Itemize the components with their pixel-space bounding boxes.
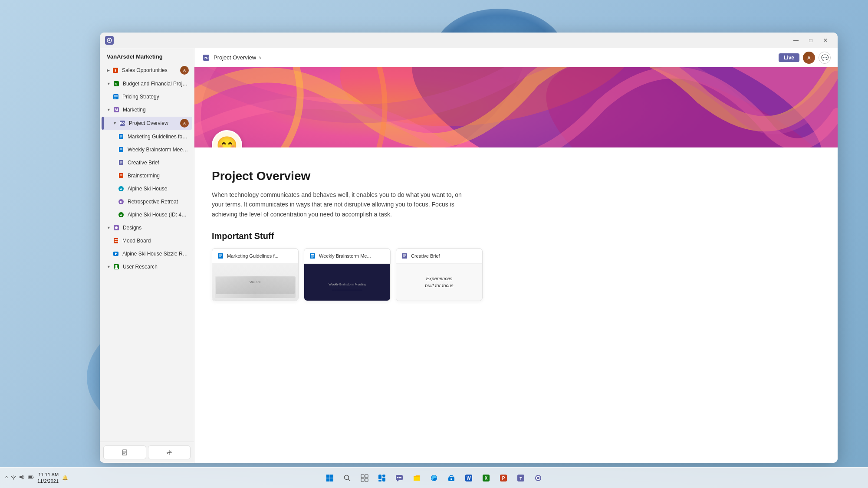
page-main: Project Overview When technology communi… <box>194 147 838 310</box>
sidebar-item-sizzle-reel[interactable]: Alpine Ski House Sizzle Re... <box>102 248 192 260</box>
sidebar-item-budget[interactable]: ▼ $ Budget and Financial Projection <box>102 78 192 90</box>
svg-point-35 <box>115 226 118 229</box>
brainstorm-icon <box>117 172 125 180</box>
store-button[interactable] <box>444 470 459 486</box>
sidebar-item-pricing[interactable]: Pricing Strategy <box>102 91 192 103</box>
doc-icon <box>117 133 125 141</box>
svg-text:W: W <box>467 476 471 481</box>
sidebar-item-creative-brief[interactable]: Creative Brief <box>102 157 192 169</box>
teams-button[interactable]: T <box>513 470 529 486</box>
toolbar-user-avatar[interactable]: A <box>803 52 815 64</box>
svg-rect-79 <box>365 478 368 481</box>
svg-rect-71 <box>330 475 334 478</box>
app-icon <box>105 36 114 45</box>
browser-button[interactable] <box>426 470 442 486</box>
sidebar-item-designs[interactable]: ▼ Designs <box>102 222 192 234</box>
svg-rect-66 <box>402 253 407 259</box>
chat-button[interactable] <box>391 470 407 486</box>
svg-point-44 <box>115 265 117 267</box>
svg-rect-80 <box>378 475 381 479</box>
battery-icon[interactable] <box>28 474 34 481</box>
svg-point-103 <box>538 475 539 477</box>
close-button[interactable]: ✕ <box>819 34 832 46</box>
svg-rect-38 <box>116 239 118 240</box>
comment-button[interactable]: 💬 <box>819 52 831 64</box>
minimize-button[interactable]: — <box>789 34 803 46</box>
word-button[interactable]: W <box>461 470 477 486</box>
windows-button[interactable] <box>322 470 338 486</box>
project-icon: PO <box>118 119 126 127</box>
chevron-tray-icon[interactable]: ^ <box>5 475 8 481</box>
content-page-title: Project Overview <box>214 54 256 61</box>
weekly-brainstorm-card[interactable]: Weekly Brainstorm Me... Weekly Brainstor… <box>304 248 391 301</box>
task-view-button[interactable] <box>357 470 372 486</box>
volume-icon[interactable] <box>19 474 25 481</box>
powerpoint-button[interactable]: P <box>496 470 511 486</box>
svg-text:A: A <box>120 213 122 216</box>
chevron-icon: ▶ <box>107 68 110 72</box>
creative-brief-label: Creative Brief <box>128 160 189 166</box>
alpine-ski-id-label: Alpine Ski House (ID: 487... <box>128 212 189 218</box>
marketing-guidelines-card[interactable]: Marketing Guidelines f... We are <box>212 248 299 301</box>
sidebar-item-marketing[interactable]: ▼ M Marketing <box>102 104 192 116</box>
sidebar-item-weekly-brainstorm[interactable]: Weekly Brainstorm Meeting <box>102 144 192 156</box>
page-title-chevron-icon[interactable]: ∨ <box>259 55 262 60</box>
retrospective-label: Retrospective Retreat <box>128 199 189 205</box>
wifi-icon[interactable] <box>10 474 16 481</box>
sidebar-item-mood-board[interactable]: Mood Board <box>102 235 192 247</box>
analytics-button[interactable] <box>148 445 191 459</box>
svg-rect-39 <box>115 241 116 242</box>
content-toolbar: PO Project Overview ∨ Live A 💬 <box>194 48 838 67</box>
active-indicator <box>102 117 104 130</box>
chevron-icon: ▼ <box>107 108 111 112</box>
card-ppt-icon <box>309 252 316 260</box>
sidebar-item-user-research[interactable]: ▼ User Research <box>102 261 192 273</box>
card-title: Marketing Guidelines f... <box>227 253 279 259</box>
sidebar-item-alpine-ski[interactable]: A Alpine Ski House <box>102 183 192 195</box>
card-doc-icon <box>217 252 224 260</box>
svg-marker-85 <box>397 480 399 481</box>
content-area: PO Project Overview ∨ Live A 💬 <box>194 48 838 463</box>
svg-rect-77 <box>365 475 368 478</box>
svg-rect-21 <box>119 160 123 165</box>
card-title: Creative Brief <box>411 253 440 259</box>
live-badge[interactable]: Live <box>779 53 799 62</box>
sidebar-item-sales-opportunities[interactable]: ▶ $ Sales Opportunities A <box>102 64 192 77</box>
file-explorer-button[interactable] <box>409 470 424 486</box>
sidebar-item-brainstorming[interactable]: Brainstorming <box>102 170 192 182</box>
excel-button[interactable]: X <box>478 470 494 486</box>
loop-button[interactable] <box>530 470 546 486</box>
window-controls: — □ ✕ <box>789 34 832 46</box>
notification-icon[interactable]: 🔔 <box>62 475 68 481</box>
main-window: — □ ✕ VanArsdel Marketing ▶ $ Sales Oppo… <box>100 33 838 463</box>
marketing-icon: M <box>112 106 120 114</box>
creative-brief-card[interactable]: Creative Brief Experiencesbuilt for focu… <box>396 248 483 301</box>
sidebar-item-retrospective[interactable]: R Retrospective Retreat <box>102 196 192 208</box>
svg-rect-72 <box>326 478 330 481</box>
weekly-brainstorm-label: Weekly Brainstorm Meeting <box>128 147 189 153</box>
toolbar-right: Live A 💬 <box>779 52 831 64</box>
pages-button[interactable] <box>103 445 146 459</box>
designs-label: Designs <box>123 225 189 231</box>
svg-text:A: A <box>120 187 122 190</box>
sales-label: Sales Opportunities <box>122 67 180 73</box>
card-header: Creative Brief <box>396 249 482 264</box>
chevron-icon: ▼ <box>113 121 117 125</box>
sidebar-item-marketing-guidelines[interactable]: Marketing Guidelines for V... <box>102 131 192 143</box>
page-icon: PO <box>201 53 211 62</box>
brainstorming-label: Brainstorming <box>128 173 189 179</box>
svg-text:PO: PO <box>120 121 125 125</box>
user-research-label: User Research <box>123 264 189 270</box>
widgets-button[interactable] <box>374 470 390 486</box>
alpine-id-icon: A <box>117 211 125 219</box>
sidebar-item-alpine-ski-id[interactable]: A Alpine Ski House (ID: 487... <box>102 209 192 221</box>
taskbar-clock[interactable]: 11:11 AM 11/2/2021 <box>37 472 59 484</box>
svg-text:M: M <box>115 108 118 112</box>
sidebar-item-project-overview[interactable]: ▼ PO Project Overview A <box>102 117 192 130</box>
svg-rect-107 <box>33 477 34 478</box>
maximize-button[interactable]: □ <box>804 34 818 46</box>
alpine-ski-label: Alpine Ski House <box>128 186 189 192</box>
search-button[interactable] <box>339 470 355 486</box>
taskbar-right: ^ 11:11 AM 11/2/2021 🔔 <box>5 472 68 484</box>
svg-text:P: P <box>502 476 505 481</box>
